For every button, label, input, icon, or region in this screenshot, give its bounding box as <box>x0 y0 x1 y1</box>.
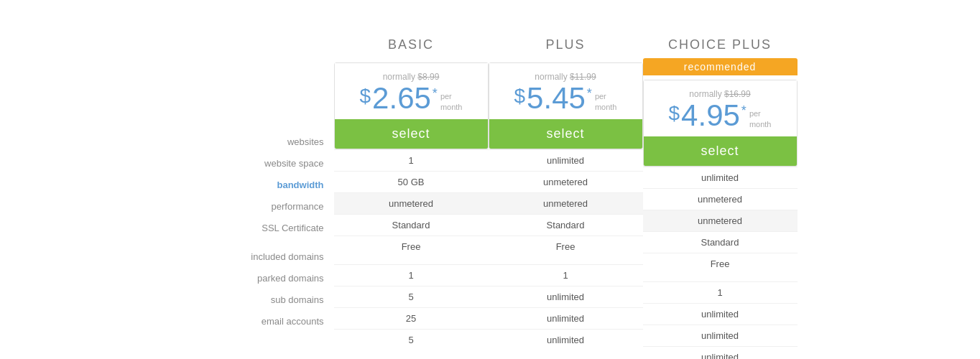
feature-cell-choice-plus-5: 1 <box>643 281 798 303</box>
feature-labels-column: websiteswebsite spacebandwidthperformanc… <box>183 37 334 332</box>
plan-card-plus: normally $11.99 $ 5.45 * permonth select <box>489 62 643 149</box>
feature-label-included-domains: included domains <box>183 246 334 267</box>
feature-cell-basic-6: 5 <box>334 286 489 307</box>
plan-header-basic: BASIC <box>334 37 489 62</box>
price-row-basic: $ 2.65 * permonth <box>342 83 481 113</box>
plan-features-plus: unlimitedunmeteredunmeteredStandardFree1… <box>489 149 643 350</box>
select-button-choice-plus[interactable]: select <box>644 136 797 166</box>
feature-cell-basic-7: 25 <box>334 307 489 329</box>
feature-cell-plus-3: Standard <box>489 214 643 236</box>
page-title <box>0 0 980 37</box>
per-month-plus: permonth <box>593 91 617 113</box>
feature-cell-choice-plus-3: Standard <box>643 231 798 253</box>
price-asterisk-basic: * <box>433 86 438 101</box>
feature-cell-choice-plus-1: unmetered <box>643 188 798 210</box>
plan-header-plus: PLUS <box>489 37 643 62</box>
price-amount-choice-plus: 4.95 <box>681 101 740 131</box>
feature-cell-choice-plus-7: unlimited <box>643 325 798 346</box>
plan-features-choice-plus: unlimitedunmeteredunmeteredStandardFree1… <box>643 167 798 359</box>
feature-cell-basic-5: 1 <box>334 264 489 286</box>
feature-label-performance: performance <box>183 195 334 217</box>
feature-cell-plus-4: Free <box>489 236 643 257</box>
price-asterisk-choice-plus: * <box>741 103 746 118</box>
price-amount-basic: 2.65 <box>372 83 431 113</box>
feature-label-SSL-Certificate: SSL Certificate <box>183 217 334 238</box>
feature-cell-plus-0: unlimited <box>489 149 643 171</box>
feature-label-parked-domains: parked domains <box>183 267 334 289</box>
select-button-basic[interactable]: select <box>335 119 488 149</box>
feature-cell-basic-3: Standard <box>334 214 489 236</box>
feature-cell-choice-plus-4: Free <box>643 253 798 274</box>
price-row-plus: $ 5.45 * permonth <box>496 83 635 113</box>
plan-pricing-choice-plus: normally $16.99 $ 4.95 * permonth <box>644 80 797 136</box>
price-dollar-plus: $ <box>514 86 526 106</box>
price-asterisk-plus: * <box>587 86 592 101</box>
feature-label-websites: websites <box>183 131 334 152</box>
feature-cell-choice-plus-2: unmetered <box>643 210 798 231</box>
feature-cell-plus-5: 1 <box>489 264 643 286</box>
feature-cell-plus-1: unmetered <box>489 171 643 192</box>
plan-pricing-plus: normally $11.99 $ 5.45 * permonth <box>489 63 642 119</box>
feature-cell-basic-0: 1 <box>334 149 489 171</box>
plan-col-plus: PLUS normally $11.99 $ 5.45 * permonth s… <box>489 37 643 359</box>
feature-label-bandwidth: bandwidth <box>183 174 334 195</box>
feature-cell-choice-plus-0: unlimited <box>643 167 798 188</box>
normally-text-basic: normally $8.99 <box>342 72 481 82</box>
plan-col-basic: BASIC normally $8.99 $ 2.65 * permonth s… <box>334 37 489 359</box>
plan-features-basic: 150 GBunmeteredStandardFree15255 <box>334 149 489 350</box>
feature-cell-plus-2: unmetered <box>489 192 643 214</box>
feature-cell-basic-2: unmetered <box>334 192 489 214</box>
select-button-plus[interactable]: select <box>489 119 642 149</box>
feature-cell-basic-8: 5 <box>334 329 489 350</box>
price-row-choice-plus: $ 4.95 * permonth <box>651 101 790 131</box>
feature-cell-choice-plus-6: unlimited <box>643 303 798 325</box>
plan-name-choice-plus: CHOICE PLUS <box>643 37 798 58</box>
plans-container: websiteswebsite spacebandwidthperformanc… <box>0 37 980 359</box>
feature-label-email-accounts: email accounts <box>183 310 334 332</box>
feature-label-website-space: website space <box>183 152 334 174</box>
feature-label-sub-domains: sub domains <box>183 289 334 310</box>
plan-pricing-basic: normally $8.99 $ 2.65 * permonth <box>335 63 488 119</box>
normally-text-choice-plus: normally $16.99 <box>651 89 790 99</box>
per-month-choice-plus: permonth <box>748 108 772 131</box>
plan-name-basic: BASIC <box>334 37 489 58</box>
feature-cell-plus-8: unlimited <box>489 329 643 350</box>
feature-cell-choice-plus-8: unlimited <box>643 346 798 359</box>
feature-cell-basic-1: 50 GB <box>334 171 489 192</box>
feature-cell-plus-6: unlimited <box>489 286 643 307</box>
plan-name-plus: PLUS <box>489 37 643 58</box>
price-dollar-basic: $ <box>360 86 371 106</box>
recommended-badge: recommended <box>643 58 798 75</box>
plan-card-basic: normally $8.99 $ 2.65 * permonth select <box>334 62 489 149</box>
price-amount-plus: 5.45 <box>527 83 586 113</box>
per-month-basic: permonth <box>439 91 463 113</box>
plan-card-choice-plus: normally $16.99 $ 4.95 * permonth select <box>643 80 798 167</box>
plan-header-choice-plus: CHOICE PLUS recommended <box>643 37 798 80</box>
normally-text-plus: normally $11.99 <box>496 72 635 82</box>
feature-cell-basic-4: Free <box>334 236 489 257</box>
price-dollar-choice-plus: $ <box>669 103 680 123</box>
feature-cell-plus-7: unlimited <box>489 307 643 329</box>
plan-col-choice-plus: CHOICE PLUS recommended normally $16.99 … <box>643 37 798 359</box>
